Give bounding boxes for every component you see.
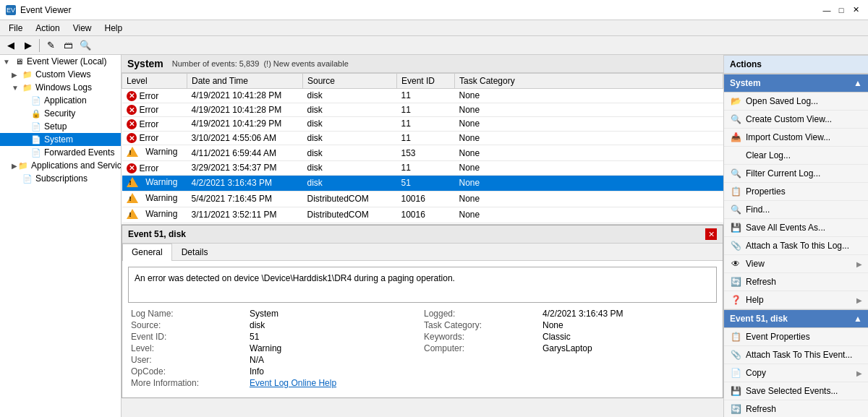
action-save-selected[interactable]: 💾 Save Selected Events... [724, 382, 868, 400]
action-import-custom-view[interactable]: 📥 Import Custom View... [724, 129, 868, 147]
tree-panel: ▼ 🖥 Event Viewer (Local) ▶ 📁 Custom View… [0, 55, 122, 417]
action-filter-current[interactable]: 🔍 Filter Current Log... [724, 165, 868, 183]
tree-root-label: Event Viewer (Local) [27, 56, 107, 66]
source-value: disk [250, 320, 421, 330]
action-copy[interactable]: 📄 Copy ▶ [724, 364, 868, 382]
tree-security-label: Security [44, 108, 75, 119]
toolbar-search[interactable]: 🔍 [77, 38, 93, 53]
col-level[interactable]: Level [122, 74, 187, 89]
log-icon-system: 📄 [30, 134, 42, 145]
event-details-close[interactable]: ✕ [705, 228, 717, 240]
tree-custom-views[interactable]: ▶ 📁 Custom Views [0, 68, 121, 81]
tree-root[interactable]: ▼ 🖥 Event Viewer (Local) [0, 55, 121, 68]
tree-forwarded-events[interactable]: 📄 Forwarded Events [0, 146, 121, 159]
refresh-system-icon: 🔄 [730, 276, 741, 288]
table-row[interactable]: ✕ Error4/19/2021 10:41:28 PMdisk11None [122, 89, 723, 103]
copy-icon: 📄 [730, 367, 741, 379]
save-all-icon: 💾 [730, 222, 741, 233]
more-info-link[interactable]: Event Log Online Help [250, 378, 421, 388]
level-value: Warning [250, 343, 421, 353]
tree-subscriptions[interactable]: 📄 Subscriptions [0, 172, 121, 185]
minimize-button[interactable]: — [820, 4, 833, 17]
col-category[interactable]: Task Category [455, 74, 723, 89]
event-details-panel: Event 51, disk ✕ General Details An erro… [122, 225, 723, 398]
system-section-header[interactable]: System ▲ [724, 74, 868, 93]
menu-help[interactable]: Help [99, 22, 129, 35]
actions-header[interactable]: Actions [724, 55, 868, 74]
action-attach-task-event[interactable]: 📎 Attach Task To This Event... [724, 346, 868, 364]
col-datetime[interactable]: Date and Time [187, 74, 303, 89]
table-row[interactable]: Warning5/4/2021 7:16:45 PMDistributedCOM… [122, 191, 723, 207]
table-row[interactable]: ✕ Error3/29/2021 3:54:37 PMdisk11None [122, 161, 723, 176]
toolbar-edit[interactable]: ✎ [43, 38, 59, 53]
tree-custom-views-label: Custom Views [35, 69, 90, 79]
log-name-value: System [250, 309, 421, 319]
tree-app-services-label: Applications and Services Lo [31, 160, 122, 171]
log-name-label: Log Name: [131, 309, 247, 319]
tree-application[interactable]: 📄 Application [0, 94, 121, 107]
computer-value: GarysLaptop [542, 343, 714, 353]
table-row[interactable]: Warning3/11/2021 3:52:11 PMDistributedCO… [122, 207, 723, 223]
action-find[interactable]: 🔍 Find... [724, 201, 868, 219]
window-title: Event Viewer [20, 5, 71, 15]
action-event-properties[interactable]: 📋 Event Properties [724, 328, 868, 346]
event-message: An error was detected on device \Device\… [135, 273, 455, 283]
menu-file[interactable]: File [3, 22, 28, 35]
tree-subscriptions-label: Subscriptions [35, 173, 88, 184]
tree-setup[interactable]: 📄 Setup [0, 120, 121, 133]
keywords-label: Keywords: [424, 332, 540, 342]
action-properties[interactable]: 📋 Properties [724, 183, 868, 201]
action-refresh-event[interactable]: 🔄 Refresh [724, 400, 868, 417]
opcode-label: OpCode: [131, 366, 247, 377]
tree-app-services[interactable]: ▶ 📁 Applications and Services Lo [0, 159, 121, 172]
tree-system[interactable]: 📄 System [0, 133, 121, 146]
logged-value: 4/2/2021 3:16:43 PM [542, 309, 714, 319]
tree-security[interactable]: 🔒 Security [0, 107, 121, 120]
action-attach-task[interactable]: 📎 Attach a Task To this Log... [724, 237, 868, 255]
attach-task-icon: 📎 [730, 240, 741, 252]
action-clear-log[interactable]: Clear Log... [724, 147, 868, 165]
action-help-system[interactable]: ❓ Help ▶ [724, 291, 868, 309]
col-source[interactable]: Source [303, 74, 397, 89]
tab-details[interactable]: Details [172, 244, 218, 260]
save-selected-icon: 💾 [730, 385, 741, 397]
tree-windows-logs[interactable]: ▼ 📁 Windows Logs [0, 81, 121, 94]
event-message-box: An error was detected on device \Device\… [128, 267, 717, 303]
events-container[interactable]: Level Date and Time Source Event ID Task… [122, 73, 723, 225]
table-row[interactable]: ✕ Error3/10/2021 4:55:06 AMdisk11None [122, 131, 723, 145]
event-section-header[interactable]: Event 51, disk ▲ [724, 309, 868, 328]
main-container: ▼ 🖥 Event Viewer (Local) ▶ 📁 Custom View… [0, 55, 868, 417]
toolbar-back[interactable]: ◀ [3, 38, 19, 53]
action-view[interactable]: 👁 View ▶ [724, 255, 868, 273]
table-row[interactable]: ✕ Error4/19/2021 10:41:28 PMdisk11None [122, 103, 723, 117]
maximize-button[interactable]: □ [835, 4, 848, 17]
col-event-id[interactable]: Event ID [397, 74, 455, 89]
tree-windows-logs-label: Windows Logs [35, 82, 92, 93]
copy-arrow-icon: ▶ [856, 369, 862, 377]
toolbar-forward[interactable]: ▶ [20, 38, 36, 53]
log-icon-app: 📄 [30, 95, 42, 106]
toolbar-folder[interactable]: 🗃 [60, 38, 76, 53]
menu-view[interactable]: View [67, 22, 98, 35]
level-label: Level: [131, 343, 247, 353]
action-create-custom-view[interactable]: 🔍 Create Custom View... [724, 111, 868, 129]
user-value: N/A [250, 355, 421, 365]
action-refresh-system[interactable]: 🔄 Refresh [724, 273, 868, 291]
action-save-all-events[interactable]: 💾 Save All Events As... [724, 219, 868, 237]
computer-icon: 🖥 [13, 56, 25, 66]
error-icon: ✕ [127, 133, 137, 143]
help-system-icon: ❓ [730, 294, 741, 306]
source-label: Source: [131, 320, 247, 330]
folder-icon-wl: 📁 [22, 82, 33, 93]
tab-general[interactable]: General [122, 244, 172, 261]
table-row[interactable]: Warning4/11/2021 6:59:44 AMdisk153None [122, 145, 723, 161]
error-icon: ✕ [127, 163, 137, 173]
menu-action[interactable]: Action [30, 22, 65, 35]
close-button[interactable]: ✕ [849, 4, 862, 17]
table-row[interactable]: Warning4/2/2021 3:16:43 PMdisk51None [122, 175, 723, 191]
action-open-saved-log[interactable]: 📂 Open Saved Log... [724, 93, 868, 111]
error-icon: ✕ [127, 91, 137, 101]
events-table: Level Date and Time Source Event ID Task… [122, 73, 723, 225]
table-row[interactable]: ✕ Error4/19/2021 10:41:29 PMdisk11None [122, 117, 723, 132]
logged-label: Logged: [424, 309, 540, 319]
